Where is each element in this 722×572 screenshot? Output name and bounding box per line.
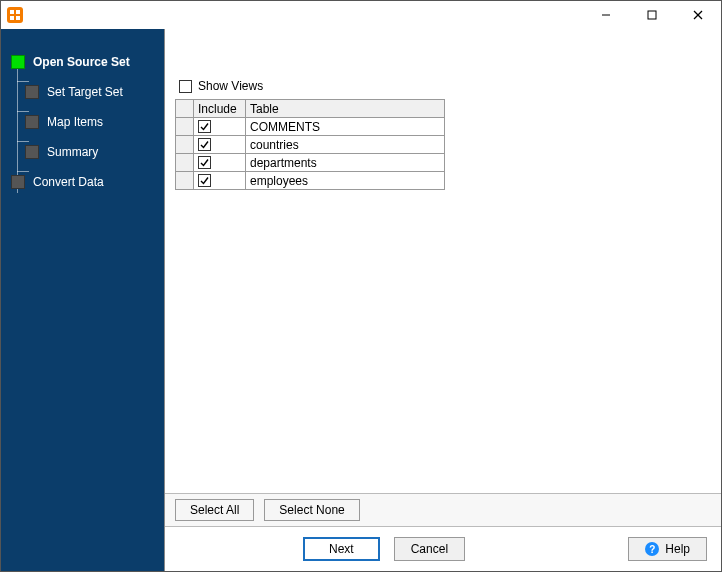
table-row[interactable]: COMMENTS [176,118,445,136]
svg-rect-4 [16,16,20,20]
sidebar-item-label: Summary [47,145,98,159]
wizard-footer: Next Cancel ? Help [165,527,721,571]
show-views-checkbox[interactable]: Show Views [179,79,711,93]
step-marker-icon [11,175,25,189]
titlebar [1,1,721,29]
client-area: Open Source Set Set Target Set Map Items… [1,29,721,571]
checkbox-icon [179,80,192,93]
svg-rect-1 [10,10,14,14]
sidebar-item-label: Convert Data [33,175,104,189]
svg-rect-3 [10,16,14,20]
select-all-button[interactable]: Select All [175,499,254,521]
row-selector[interactable] [176,136,194,154]
select-none-button[interactable]: Select None [264,499,359,521]
sidebar-item-map-items[interactable]: Map Items [1,107,164,137]
sidebar-item-label: Set Target Set [47,85,123,99]
include-header[interactable]: Include [194,100,246,118]
maximize-button[interactable] [629,1,675,29]
include-cell[interactable] [194,172,246,190]
table-header[interactable]: Table [246,100,445,118]
row-selector[interactable] [176,172,194,190]
sidebar-item-open-source-set[interactable]: Open Source Set [1,47,164,77]
content-pane: Show Views Include Table COMMENTScountri… [164,29,721,571]
table-name-cell[interactable]: employees [246,172,445,190]
row-selector[interactable] [176,118,194,136]
include-cell[interactable] [194,136,246,154]
row-selector[interactable] [176,154,194,172]
include-cell[interactable] [194,118,246,136]
next-button[interactable]: Next [303,537,380,561]
help-button[interactable]: ? Help [628,537,707,561]
row-selector-header [176,100,194,118]
checkbox-icon [198,120,211,133]
sidebar-item-summary[interactable]: Summary [1,137,164,167]
help-label: Help [665,542,690,556]
svg-rect-6 [648,11,656,19]
wizard-sidebar: Open Source Set Set Target Set Map Items… [1,29,164,571]
step-marker-icon [25,85,39,99]
select-buttons-row: Select All Select None [165,493,721,527]
app-icon [7,7,23,23]
show-views-label: Show Views [198,79,263,93]
source-tables-grid: Include Table COMMENTScountriesdepartmen… [175,99,445,190]
include-cell[interactable] [194,154,246,172]
table-name-cell[interactable]: departments [246,154,445,172]
svg-rect-0 [7,7,23,23]
sidebar-item-convert-data[interactable]: Convert Data [1,167,164,197]
step-marker-icon [11,55,25,69]
table-row[interactable]: departments [176,154,445,172]
help-icon: ? [645,542,659,556]
sidebar-item-label: Open Source Set [33,55,130,69]
checkbox-icon [198,138,211,151]
sidebar-item-set-target-set[interactable]: Set Target Set [1,77,164,107]
table-row[interactable]: countries [176,136,445,154]
window-controls [583,1,721,29]
table-name-cell[interactable]: countries [246,136,445,154]
table-header-row: Include Table [176,100,445,118]
content-upper: Show Views Include Table COMMENTScountri… [165,29,721,493]
minimize-button[interactable] [583,1,629,29]
cancel-button[interactable]: Cancel [394,537,465,561]
table-row[interactable]: employees [176,172,445,190]
svg-rect-2 [16,10,20,14]
table-name-cell[interactable]: COMMENTS [246,118,445,136]
step-marker-icon [25,115,39,129]
sidebar-item-label: Map Items [47,115,103,129]
wizard-window: Open Source Set Set Target Set Map Items… [0,0,722,572]
checkbox-icon [198,174,211,187]
splitter-handle[interactable] [162,300,167,330]
close-button[interactable] [675,1,721,29]
checkbox-icon [198,156,211,169]
step-marker-icon [25,145,39,159]
